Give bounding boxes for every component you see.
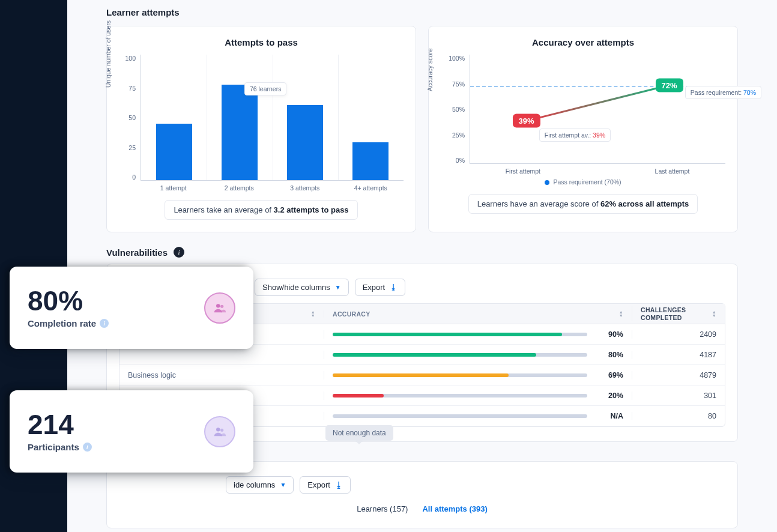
accuracy-line-title: Accuracy over attempts [441,37,725,47]
last-point-badge: 72% [655,78,683,92]
completion-rate-value: 80% [28,287,109,315]
bar-1 [156,124,192,180]
info-icon[interactable]: i [174,247,184,258]
sort-icon[interactable]: ▲▼ [311,310,315,318]
legend-dot-icon [545,180,549,185]
accuracy-line-svg [470,55,725,163]
vulnerabilities-title: Vulnerabilities [106,247,168,258]
completion-rate-card: 80% Completion rate i [10,267,253,349]
svg-point-1 [216,304,220,307]
pass-req-tooltip: Pass requirement: 70% [685,86,761,99]
accuracy-line-card: Accuracy over attempts Accuracy score 10… [428,26,738,232]
attempts-summary: Learners take an average of 3.2 attempts… [165,200,357,220]
first-point-badge: 39% [512,114,540,128]
users-icon [204,292,235,324]
download-icon: ⭳ [390,283,398,292]
chevron-down-icon: ▼ [280,482,286,488]
accuracy-y-axis: Accuracy score 100% 75% 50% 25% 0% [441,55,470,164]
show-hide-columns-button[interactable]: ide columns ▼ [226,476,294,494]
attempts-plot: 76 learners [141,55,404,181]
accuracy-summary: Learners have an average score of 62% ac… [468,194,698,214]
not-enough-data-tooltip: Not enough data [325,425,393,441]
progress-bar [333,394,587,397]
header-challenges[interactable]: CHALLENGESCOMPLETED ▲▼ [632,306,725,321]
export-button[interactable]: Export ⭳ [355,279,406,296]
progress-bar [333,373,587,377]
show-hide-columns-button[interactable]: Show/hide columns ▼ [255,279,349,296]
participants-value: 214 [28,411,92,438]
attempts-y-axis: Unique number of users 100 75 50 25 0 [119,55,141,181]
attempts-x-axis: 1 attempt 2 attempts 3 attempts 4+ attem… [141,181,404,192]
export-button[interactable]: Export ⭳ [300,476,351,494]
bar-4 [352,142,388,180]
sort-icon[interactable]: ▲▼ [619,310,623,318]
users-icon [204,416,235,447]
participants-label: Participants [28,442,79,452]
attempts-y-label: Unique number of users [104,20,112,88]
progress-bar [333,353,587,357]
download-icon: ⭳ [335,480,343,489]
sort-icon[interactable]: ▲▼ [712,310,716,318]
svg-point-2 [220,304,223,307]
accuracy-legend: Pass requirement (70%) [441,178,725,186]
svg-point-3 [216,428,220,431]
chevron-down-icon: ▼ [335,284,341,291]
accuracy-y-label: Accuracy score [426,48,434,91]
header-accuracy[interactable]: ACCURACY ▲▼ [324,310,632,318]
learner-attempts-title: Learner attempts [106,7,738,17]
attempts-bar-card: Attempts to pass Unique number of users … [106,26,416,232]
participants-card: 214 Participants i [10,390,253,473]
bar-tooltip: 76 learners [244,82,287,95]
svg-point-4 [220,428,223,431]
info-icon[interactable]: i [100,319,109,328]
svg-line-0 [527,85,670,121]
first-attempt-tooltip: First attempt av.: 39% [539,128,611,142]
progress-bar [333,333,587,336]
progress-bar [333,414,587,418]
accuracy-x-axis: First attempt Last attempt [470,164,725,175]
bar-3 [287,105,323,180]
tab-learners[interactable]: Learners (157) [357,504,408,513]
tab-all-attempts[interactable]: All attempts (393) [422,504,487,513]
bar-2 [222,85,258,180]
accuracy-plot: 39% 72% First attempt av.: 39% Pass requ… [470,55,725,164]
info-icon[interactable]: i [83,443,92,452]
table-row[interactable]: Business logic 69% 4879 [119,365,725,385]
completion-rate-label: Completion rate [28,318,96,328]
attempts-bar-title: Attempts to pass [119,37,404,47]
